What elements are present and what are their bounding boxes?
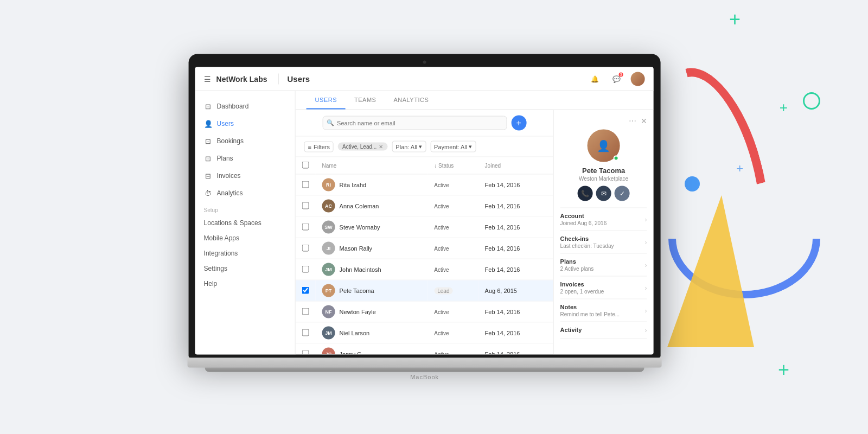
email-icon: ✉ xyxy=(601,190,607,197)
panel-more-button[interactable]: ⋯ xyxy=(629,117,636,125)
row-checkbox[interactable] xyxy=(302,265,309,272)
detail-section-plans[interactable]: Plans 2 Active plans › xyxy=(560,254,647,277)
laptop-bottom xyxy=(205,368,644,372)
search-bar: 🔍 + xyxy=(296,110,553,137)
table-row[interactable]: AC Anna Coleman Active Feb 14, 2016 xyxy=(296,195,553,216)
deco-plus-teal-2: + xyxy=(780,100,788,114)
detail-sections: Account Joined Aug 6, 2016 › Check-ins L… xyxy=(560,208,647,339)
detail-section-notes[interactable]: Notes Remind me to tell Pete... › xyxy=(560,299,647,322)
user-name: Rita Izahd xyxy=(340,182,367,188)
tab-teams[interactable]: TEAMS xyxy=(346,91,385,110)
laptop-base xyxy=(188,358,662,368)
row-checkbox[interactable] xyxy=(302,286,309,293)
sidebar-item-locations[interactable]: Locations & Spaces xyxy=(195,215,295,231)
detail-section-sub: Last checkin: Tuesday xyxy=(560,243,614,249)
select-all-checkbox[interactable] xyxy=(302,162,309,169)
profile-email-button[interactable]: ✉ xyxy=(596,186,611,201)
row-checkbox-cell xyxy=(296,301,316,322)
sidebar-item-help[interactable]: Help xyxy=(195,276,295,291)
row-checkbox-cell xyxy=(296,280,316,301)
invoices-icon: ⊟ xyxy=(204,171,213,180)
row-joined-cell: Feb 14, 2016 xyxy=(478,216,553,238)
payment-filter[interactable]: Payment: All ▾ xyxy=(430,141,476,152)
row-checkbox[interactable] xyxy=(302,244,309,251)
tab-users[interactable]: USERS xyxy=(307,91,346,110)
profile-check-button[interactable]: ✓ xyxy=(615,186,630,201)
user-avatar: JM xyxy=(322,327,335,340)
filters-button[interactable]: ≡ Filters xyxy=(304,141,334,152)
users-content: 🔍 + ≡ Filter xyxy=(296,110,654,355)
row-checkbox-cell xyxy=(296,259,316,280)
table-row[interactable]: NF Newton Fayle Active Feb 14, 2016 xyxy=(296,301,553,322)
status-badge: Active xyxy=(434,309,449,315)
user-avatar-top[interactable] xyxy=(631,72,645,86)
messages-button[interactable]: 💬 3 xyxy=(609,71,624,86)
user-name: Newton Fayle xyxy=(340,309,376,315)
users-icon: 👤 xyxy=(204,119,213,128)
table-row[interactable]: SW Steve Wornaby Active Feb 14, 2016 xyxy=(296,216,553,238)
notifications-button[interactable]: 🔔 xyxy=(588,71,603,86)
sidebar-item-analytics[interactable]: ⏱ Analytics xyxy=(195,184,295,202)
table-row[interactable]: JM Niel Larson Active Feb 14, 2016 xyxy=(296,322,553,343)
chip-close-button[interactable]: ✕ xyxy=(379,144,383,150)
chevron-right-icon: › xyxy=(645,238,647,246)
add-user-button[interactable]: + xyxy=(511,116,526,131)
search-input[interactable] xyxy=(322,116,507,130)
table-header-name: Name xyxy=(316,157,428,175)
detail-section-info: Account Joined Aug 6, 2016 xyxy=(560,213,607,226)
sidebar-item-mobile-apps[interactable]: Mobile Apps xyxy=(195,231,295,246)
row-checkbox[interactable] xyxy=(302,223,309,230)
row-status-cell: Active xyxy=(427,301,478,322)
table-row[interactable]: JC Jenny C Active Feb 14, 2016 xyxy=(296,343,553,355)
status-badge: Active xyxy=(434,267,449,273)
laptop-screen-frame: ☰ NetWork Labs Users 🔔 💬 3 xyxy=(189,54,661,358)
row-checkbox[interactable] xyxy=(302,308,309,315)
deco-plus-blue-1: + xyxy=(736,163,743,175)
row-checkbox[interactable] xyxy=(302,181,309,188)
detail-section-activity[interactable]: Activity › xyxy=(560,322,647,339)
deco-circle-blue-filled xyxy=(685,176,700,192)
user-cell: RI Rita Izahd xyxy=(322,178,422,192)
hamburger-icon[interactable]: ☰ xyxy=(204,74,211,83)
table-row[interactable]: PT Pete Tacoma Lead Aug 6, 2015 xyxy=(296,280,553,301)
table-header-checkbox xyxy=(296,157,316,175)
table-row[interactable]: RI Rita Izahd Active Feb 14, 2016 xyxy=(296,174,553,195)
panel-header: ⋯ ✕ xyxy=(560,117,647,125)
status-badge: Active xyxy=(434,182,449,188)
row-name-cell: NF Newton Fayle xyxy=(316,301,428,322)
row-checkbox[interactable] xyxy=(302,202,309,209)
sidebar-item-bookings[interactable]: ⊡ Bookings xyxy=(195,132,295,150)
row-checkbox[interactable] xyxy=(302,350,309,355)
profile-call-button[interactable]: 📞 xyxy=(578,186,593,201)
sidebar-item-settings[interactable]: Settings xyxy=(195,261,295,276)
laptop-camera xyxy=(423,61,426,64)
detail-section-account[interactable]: Account Joined Aug 6, 2016 › xyxy=(560,208,647,231)
detail-section-info: Plans 2 Active plans xyxy=(560,258,594,272)
user-name: John Macintosh xyxy=(340,266,381,273)
detail-section-invoices[interactable]: Invoices 2 open, 1 overdue › xyxy=(560,277,647,299)
sidebar-item-dashboard[interactable]: ⊡ Dashboard xyxy=(195,98,295,115)
table-row[interactable]: JM John Macintosh Active Feb 14, 2016 xyxy=(296,259,553,280)
sidebar-item-label-invoices: Invoices xyxy=(217,172,241,180)
user-cell: JM Niel Larson xyxy=(322,327,422,340)
profile-name: Pete Tacoma xyxy=(582,167,625,175)
plan-filter[interactable]: Plan: All ▾ xyxy=(392,141,426,152)
tabs-bar: USERS TEAMS ANALYTICS xyxy=(296,91,654,110)
sidebar-item-users[interactable]: 👤 Users xyxy=(195,115,295,132)
row-checkbox[interactable] xyxy=(302,329,309,336)
detail-section-checkins[interactable]: Check-ins Last checkin: Tuesday › xyxy=(560,231,647,254)
deco-arc-red xyxy=(638,56,788,291)
row-joined-cell: Feb 14, 2016 xyxy=(478,195,553,216)
sidebar-item-invoices[interactable]: ⊟ Invoices xyxy=(195,167,295,184)
sidebar-item-integrations[interactable]: Integrations xyxy=(195,246,295,261)
row-name-cell: RI Rita Izahd xyxy=(316,174,428,195)
sidebar-item-plans[interactable]: ⊡ Plans xyxy=(195,150,295,167)
active-filter-chip[interactable]: Active, Lead... ✕ xyxy=(338,143,387,151)
row-checkbox-cell xyxy=(296,216,316,238)
table-row[interactable]: JI Mason Rally Active Feb 14, 2016 xyxy=(296,238,553,259)
panel-close-button[interactable]: ✕ xyxy=(641,117,647,125)
tab-analytics[interactable]: ANALYTICS xyxy=(385,91,437,110)
user-avatar: SW xyxy=(322,221,335,234)
filters-label: Filters xyxy=(314,143,330,150)
chevron-right-icon: › xyxy=(645,215,647,223)
